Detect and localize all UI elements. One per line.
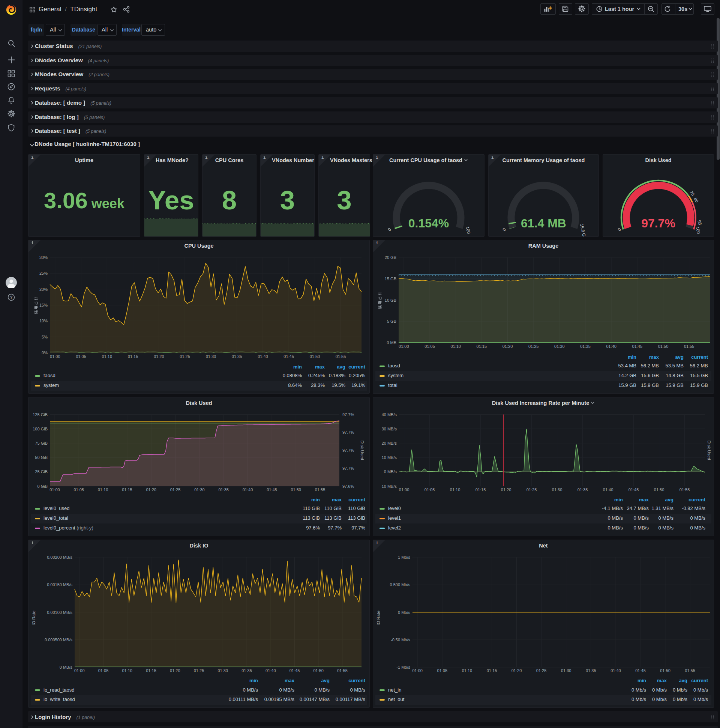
- svg-text:01:20: 01:20: [154, 354, 164, 359]
- svg-text:01:00: 01:00: [412, 668, 423, 673]
- svg-text:0 GiB: 0 GiB: [37, 484, 47, 489]
- svg-text:01:00: 01:00: [399, 344, 409, 349]
- svg-text:01:25: 01:25: [528, 344, 539, 349]
- svg-text:01:00: 01:00: [399, 488, 409, 492]
- svg-text:01:40: 01:40: [258, 354, 268, 359]
- svg-text:01:15: 01:15: [487, 668, 497, 673]
- svg-text:01:40: 01:40: [606, 344, 616, 349]
- svg-text:01:35: 01:35: [578, 488, 588, 492]
- svg-text:?: ?: [10, 295, 12, 300]
- svg-text:01:45: 01:45: [267, 488, 277, 492]
- svg-text:01:35: 01:35: [232, 354, 242, 359]
- svg-text:50 GiB: 50 GiB: [35, 455, 47, 460]
- svg-text:0 MB/s: 0 MB/s: [59, 665, 73, 670]
- svg-text:01:50: 01:50: [654, 488, 665, 492]
- svg-text:97.7%: 97.7%: [342, 430, 354, 434]
- svg-text:01:30: 01:30: [194, 488, 205, 492]
- svg-text:15 GB: 15 GB: [385, 277, 397, 281]
- svg-text:01:45: 01:45: [284, 354, 294, 359]
- svg-text:01:10: 01:10: [122, 668, 133, 673]
- svg-text:01:50: 01:50: [660, 668, 671, 673]
- svg-text:Disk Used: Disk Used: [360, 440, 365, 460]
- svg-text:01:15: 01:15: [128, 354, 138, 359]
- svg-text:01:05: 01:05: [73, 488, 84, 492]
- svg-text:01:25: 01:25: [526, 488, 537, 492]
- svg-text:01:50: 01:50: [658, 344, 669, 349]
- svg-text:0 MB: 0 MB: [387, 340, 397, 345]
- svg-text:01:45: 01:45: [628, 488, 639, 492]
- svg-text:01:35: 01:35: [241, 668, 252, 673]
- svg-text:01:20: 01:20: [501, 488, 511, 492]
- svg-text:01:40: 01:40: [243, 488, 253, 492]
- svg-text:01:40: 01:40: [603, 488, 613, 492]
- svg-text:0.000500 MB/s: 0.000500 MB/s: [45, 638, 72, 642]
- svg-text:01:30: 01:30: [554, 344, 565, 349]
- svg-text:01:15: 01:15: [146, 668, 156, 673]
- svg-text:40 MB/s: 40 MB/s: [382, 412, 397, 417]
- svg-text:01:15: 01:15: [122, 488, 133, 492]
- svg-text:01:25: 01:25: [180, 354, 190, 359]
- svg-text:01:45: 01:45: [635, 668, 646, 673]
- svg-text:125 GiB: 125 GiB: [33, 412, 47, 417]
- svg-text:01:35: 01:35: [586, 668, 596, 673]
- svg-text:IO Rate: IO Rate: [32, 610, 36, 626]
- svg-text:0 MB/s: 0 MB/s: [384, 470, 397, 474]
- svg-text:10%: 10%: [40, 318, 47, 323]
- svg-text:20 GB: 20 GB: [385, 255, 397, 260]
- svg-text:01:15: 01:15: [476, 488, 486, 492]
- svg-text:01:05: 01:05: [76, 354, 86, 359]
- svg-text:01:50: 01:50: [313, 668, 323, 673]
- svg-text:0.00200 MB/s: 0.00200 MB/s: [47, 555, 72, 560]
- svg-text:01:25: 01:25: [536, 668, 547, 673]
- svg-text:97.7%: 97.7%: [342, 448, 354, 453]
- svg-text:01:05: 01:05: [98, 668, 109, 673]
- svg-text:5 GB: 5 GB: [387, 319, 397, 323]
- svg-text:97.6%: 97.6%: [342, 484, 354, 489]
- svg-text:Disk Used: Disk Used: [707, 440, 711, 460]
- svg-text:01:10: 01:10: [102, 354, 113, 359]
- svg-text:01:35: 01:35: [580, 344, 590, 349]
- svg-text:0%: 0%: [42, 350, 47, 355]
- svg-text:01:20: 01:20: [170, 668, 180, 673]
- svg-text:0 Mb/s: 0 Mb/s: [398, 610, 410, 615]
- svg-text:10 MB/s: 10 MB/s: [382, 455, 397, 460]
- svg-text:25 GiB: 25 GiB: [35, 470, 47, 474]
- svg-text:01:40: 01:40: [265, 668, 276, 673]
- svg-text:01:55: 01:55: [315, 488, 325, 492]
- svg-text:01:25: 01:25: [170, 488, 181, 492]
- svg-text:01:10: 01:10: [450, 344, 461, 349]
- svg-text:01:20: 01:20: [146, 488, 156, 492]
- svg-text:01:55: 01:55: [684, 344, 694, 349]
- svg-text:20 MB/s: 20 MB/s: [382, 441, 397, 445]
- svg-text:01:30: 01:30: [552, 488, 563, 492]
- svg-text:15%: 15%: [40, 303, 47, 307]
- svg-text:0.00150 MB/s: 0.00150 MB/s: [47, 583, 72, 587]
- svg-text:01:00: 01:00: [49, 488, 60, 492]
- svg-text:01:20: 01:20: [511, 668, 522, 673]
- svg-text:01:10: 01:10: [450, 488, 461, 492]
- svg-text:01:05: 01:05: [424, 344, 435, 349]
- svg-text:01:40: 01:40: [610, 668, 621, 673]
- svg-text:01:55: 01:55: [679, 488, 690, 492]
- svg-text:20%: 20%: [40, 287, 47, 292]
- svg-text:25%: 25%: [40, 271, 47, 275]
- svg-text:01:20: 01:20: [502, 344, 513, 349]
- svg-text:10 GB: 10 GB: [385, 298, 397, 303]
- svg-text:01:25: 01:25: [194, 668, 204, 673]
- svg-text:-10 MB/s: -10 MB/s: [380, 484, 397, 489]
- svg-text:5%: 5%: [42, 335, 47, 339]
- svg-text:100 GiB: 100 GiB: [33, 427, 47, 431]
- svg-text:-1 Mb/s: -1 Mb/s: [397, 665, 410, 670]
- svg-text:1 Mb/s: 1 Mb/s: [398, 555, 410, 560]
- svg-text:01:50: 01:50: [310, 354, 320, 359]
- svg-text:01:55: 01:55: [337, 668, 348, 673]
- svg-text:01:30: 01:30: [561, 668, 572, 673]
- svg-text:0.500 Mb/s: 0.500 Mb/s: [390, 583, 410, 587]
- svg-text:01:00: 01:00: [50, 354, 60, 359]
- svg-text:01:45: 01:45: [632, 344, 643, 349]
- svg-text:01:35: 01:35: [218, 488, 229, 492]
- svg-text:01:30: 01:30: [218, 668, 228, 673]
- svg-text:01:15: 01:15: [477, 344, 487, 349]
- svg-text:30%: 30%: [40, 255, 47, 260]
- svg-text:75: 75: [689, 190, 695, 197]
